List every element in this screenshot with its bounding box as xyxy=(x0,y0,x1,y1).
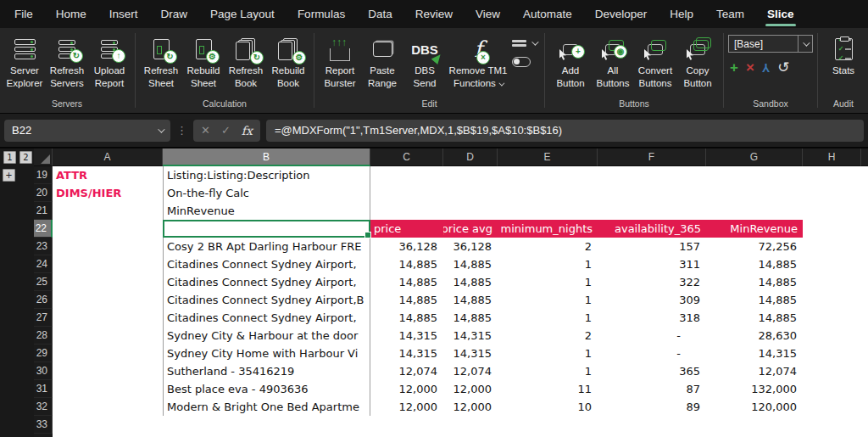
cell-H24[interactable] xyxy=(803,255,861,273)
cell-E29[interactable]: 1 xyxy=(498,345,598,362)
cell-B31[interactable]: Best place eva - 4903636 xyxy=(163,380,370,398)
cell-E19[interactable] xyxy=(498,166,598,184)
row-header-22[interactable]: 22 xyxy=(34,220,53,238)
cell-E26[interactable]: 1 xyxy=(498,291,598,309)
layout-options-button[interactable] xyxy=(512,38,537,48)
cell-A21[interactable] xyxy=(53,202,163,220)
cell-E25[interactable]: 1 xyxy=(498,273,598,291)
menu-tab-review[interactable]: Review xyxy=(415,1,453,28)
outline-level-2-button[interactable]: 2 xyxy=(19,151,32,164)
cell-C27[interactable]: 14,885 xyxy=(370,309,443,327)
name-box[interactable]: B22 xyxy=(4,120,170,142)
cell-G20[interactable] xyxy=(706,184,803,202)
row-header-19[interactable]: 19 xyxy=(34,166,53,184)
cell-D19[interactable] xyxy=(443,166,498,184)
cell-F22[interactable]: availability_365 xyxy=(598,220,706,238)
cell-F21[interactable] xyxy=(598,202,706,220)
row-header-20[interactable]: 20 xyxy=(34,184,53,202)
menu-tab-slice[interactable]: Slice xyxy=(766,1,795,28)
row-header-32[interactable]: 32 xyxy=(34,398,53,416)
row-header-24[interactable]: 24 xyxy=(34,255,53,273)
cell-G26[interactable]: 14,885 xyxy=(706,291,803,309)
cell-A33[interactable] xyxy=(53,416,163,434)
cell-C32[interactable]: 12,000 xyxy=(370,398,443,416)
cell-H22[interactable] xyxy=(803,220,861,238)
cell-C30[interactable]: 12,074 xyxy=(370,362,443,380)
cell-B20[interactable]: On-the-fly Calc xyxy=(163,184,370,202)
copy-button-button[interactable]: CopyButton xyxy=(676,30,719,90)
refresh-sheet-button[interactable]: ↻RefreshSheet xyxy=(140,30,182,90)
cell-H28[interactable] xyxy=(803,327,861,345)
cell-D20[interactable] xyxy=(443,184,498,202)
cell-D27[interactable]: 14,885 xyxy=(443,309,498,327)
server-explorer-button[interactable]: ServerExplorer xyxy=(3,30,46,90)
cell-B29[interactable]: Sydney City Home with Harbour Vi xyxy=(163,345,370,362)
menu-tab-help[interactable]: Help xyxy=(669,1,694,28)
cell-H19[interactable] xyxy=(803,166,861,184)
cell-E21[interactable] xyxy=(498,202,598,220)
menu-tab-automate[interactable]: Automate xyxy=(522,1,573,28)
menu-tab-view[interactable]: View xyxy=(475,1,501,28)
cell-A23[interactable] xyxy=(53,238,163,255)
cell-F32[interactable]: 89 xyxy=(598,398,706,416)
report-burster-button[interactable]: ↑↑↑ReportBurster xyxy=(319,30,361,90)
cell-D30[interactable]: 12,074 xyxy=(443,362,498,380)
cell-A29[interactable] xyxy=(53,345,163,362)
row-header-28[interactable]: 28 xyxy=(34,327,53,345)
row-header-25[interactable]: 25 xyxy=(34,273,53,291)
column-header-A[interactable]: A xyxy=(53,148,163,166)
add-button-button[interactable]: +AddButton xyxy=(549,30,592,90)
cell-H33[interactable] xyxy=(803,416,861,434)
cell-E30[interactable]: 1 xyxy=(498,362,598,380)
cell-C26[interactable]: 14,885 xyxy=(370,291,443,309)
column-header-C[interactable]: C xyxy=(370,148,443,166)
cell-H29[interactable] xyxy=(803,345,861,362)
cell-E22[interactable]: minimum_nights xyxy=(498,220,598,238)
cell-G28[interactable]: 28,630 xyxy=(706,327,803,345)
cell-E27[interactable]: 1 xyxy=(498,309,598,327)
cell-G29[interactable]: 14,315 xyxy=(706,345,803,362)
toggle-switch[interactable] xyxy=(512,57,531,67)
menu-tab-data[interactable]: Data xyxy=(367,1,393,28)
cell-C21[interactable] xyxy=(370,202,443,220)
cell-A31[interactable] xyxy=(53,380,163,398)
cell-C22[interactable]: price xyxy=(370,220,443,238)
column-header-H[interactable]: H xyxy=(803,148,861,166)
cell-H20[interactable] xyxy=(803,184,861,202)
cell-D26[interactable]: 14,885 xyxy=(443,291,498,309)
column-header-F[interactable]: F xyxy=(598,148,706,166)
cell-C25[interactable]: 14,885 xyxy=(370,273,443,291)
cell-A27[interactable] xyxy=(53,309,163,327)
cell-E33[interactable] xyxy=(498,416,598,434)
cell-D24[interactable]: 14,885 xyxy=(443,255,498,273)
cell-A19[interactable]: ATTR xyxy=(53,166,163,184)
menu-tab-team[interactable]: Team xyxy=(715,1,745,28)
cell-F20[interactable] xyxy=(598,184,706,202)
row-header-33[interactable]: 33 xyxy=(34,416,53,434)
stats-button[interactable]: ✓✓✓Stats xyxy=(822,30,865,77)
cell-G32[interactable]: 120,000 xyxy=(706,398,803,416)
row-header-23[interactable]: 23 xyxy=(34,238,53,255)
cell-H21[interactable] xyxy=(803,202,861,220)
cell-F25[interactable]: 322 xyxy=(598,273,706,291)
cell-G21[interactable] xyxy=(706,202,803,220)
cell-F30[interactable]: 365 xyxy=(598,362,706,380)
cell-D23[interactable]: 36,128 xyxy=(443,238,498,255)
cell-A20[interactable]: DIMS/HIER xyxy=(53,184,163,202)
cell-B30[interactable]: Sutherland - 35416219 xyxy=(163,362,370,380)
cell-D25[interactable]: 14,885 xyxy=(443,273,498,291)
cell-H25[interactable] xyxy=(803,273,861,291)
remove-tm1-functions-button[interactable]: f×Remove TM1Functions xyxy=(446,30,510,90)
cell-B24[interactable]: Citadines Connect Sydney Airport, xyxy=(163,255,370,273)
cell-C28[interactable]: 14,315 xyxy=(370,327,443,345)
cell-H31[interactable] xyxy=(803,380,861,398)
cell-G30[interactable]: 12,074 xyxy=(706,362,803,380)
outline-expand-button[interactable]: + xyxy=(3,169,15,182)
menu-tab-developer[interactable]: Developer xyxy=(594,1,648,28)
cell-G22[interactable]: MinRevenue xyxy=(706,220,803,238)
cell-E31[interactable]: 11 xyxy=(498,380,598,398)
select-all-corner[interactable] xyxy=(34,148,53,166)
row-header-29[interactable]: 29 xyxy=(34,345,53,362)
merge-sandbox-icon[interactable]: Y xyxy=(762,62,770,74)
column-header-D[interactable]: D xyxy=(443,148,498,166)
